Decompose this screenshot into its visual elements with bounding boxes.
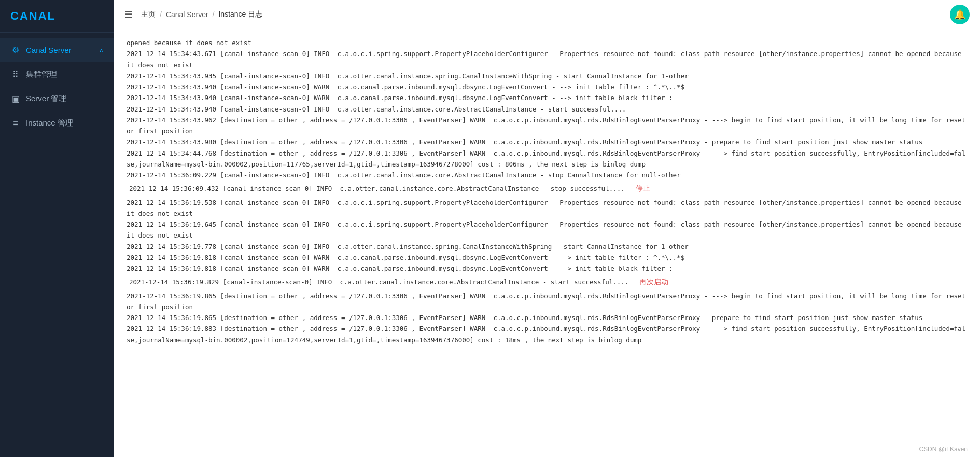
chevron-up-icon: ∧ [99,47,104,54]
log-line: 2021-12-14 15:36:19.865 [destination = o… [127,290,968,313]
log-area[interactable]: opened because it does not exist2021-12-… [114,29,980,441]
log-line: 2021-12-14 15:34:44.768 [destination = o… [127,148,968,170]
log-line: 2021-12-14 15:36:19.865 [destination = o… [127,312,968,323]
log-line: 2021-12-14 15:36:09.229 [canal-instance-… [127,170,968,181]
logo-text: CANAL [10,9,55,23]
header-right: 🔔 [950,5,970,24]
log-line: 2021-12-14 15:34:43.935 [canal-instance-… [127,71,968,81]
breadcrumb-current: Instance 日志 [218,10,262,19]
log-line: 2021-12-14 15:34:43.671 [canal-instance-… [127,48,968,71]
log-line: 2021-12-14 15:36:19.883 [destination = o… [127,323,968,345]
sidebar-item-label: Instance 管理 [26,118,73,128]
sidebar-item-instance-mgmt[interactable]: ≡ Instance 管理 [0,111,114,135]
breadcrumb-canal-server[interactable]: Canal Server [166,10,208,19]
log-line: opened because it does not exist [127,37,968,48]
log-line-row: 2021-12-14 15:36:19.829 [canal-instance-… [127,274,968,290]
log-line: 2021-12-14 15:34:43.962 [destination = o… [127,115,968,137]
sidebar-item-server-mgmt[interactable]: ▣ Server 管理 [0,87,114,111]
log-line: 2021-12-14 15:34:43.940 [canal-instance-… [127,92,968,103]
sidebar-item-label: Canal Server [26,46,72,54]
server-icon: ▣ [10,94,21,104]
sidebar: CANAL ⚙ Canal Server ∧ ⠿ 集群管理 ▣ Server 管… [0,0,114,457]
breadcrumb-sep-1: / [160,10,162,19]
log-line-highlighted: 2021-12-14 15:36:19.829 [canal-instance-… [127,275,631,289]
log-line: 2021-12-14 15:36:19.645 [canal-instance-… [127,219,968,241]
canal-server-icon: ⚙ [10,45,21,55]
sidebar-item-canal-server[interactable]: ⚙ Canal Server ∧ [0,38,114,62]
header: ☰ 主页 / Canal Server / Instance 日志 🔔 [114,0,980,29]
log-line: 2021-12-14 15:36:19.818 [canal-instance-… [127,252,968,263]
user-avatar[interactable]: 🔔 [950,5,970,24]
footer-watermark: CSDN @iTKaven [114,441,980,457]
sidebar-item-label: 集群管理 [26,70,57,79]
log-line: 2021-12-14 15:36:19.778 [canal-instance-… [127,241,968,252]
sidebar-nav: ⚙ Canal Server ∧ ⠿ 集群管理 ▣ Server 管理 ≡ In… [0,33,114,457]
breadcrumb-sep-2: / [213,10,215,19]
log-line-highlighted: 2021-12-14 15:36:09.432 [canal-instance-… [127,182,627,196]
sidebar-item-cluster-mgmt[interactable]: ⠿ 集群管理 [0,62,114,87]
log-line: 2021-12-14 15:34:43.980 [destination = o… [127,136,968,147]
breadcrumb-home[interactable]: 主页 [141,10,156,19]
log-line: 2021-12-14 15:34:43.940 [canal-instance-… [127,81,968,92]
breadcrumb: 主页 / Canal Server / Instance 日志 [141,10,262,19]
sidebar-item-label: Server 管理 [26,94,66,104]
log-annotation: 再次启动 [639,276,668,288]
hamburger-button[interactable]: ☰ [124,9,133,20]
log-line: 2021-12-14 15:36:19.818 [canal-instance-… [127,263,968,274]
log-line: 2021-12-14 15:34:43.940 [canal-instance-… [127,104,968,115]
watermark-text: CSDN @iTKaven [919,446,968,453]
sidebar-logo: CANAL [0,0,114,33]
instance-icon: ≡ [10,119,21,128]
cluster-icon: ⠿ [10,70,21,79]
log-annotation: 停止 [636,183,650,195]
log-line-row: 2021-12-14 15:36:09.432 [canal-instance-… [127,181,968,197]
log-line: 2021-12-14 15:36:19.538 [canal-instance-… [127,197,968,219]
main-content: ☰ 主页 / Canal Server / Instance 日志 🔔 open… [114,0,980,457]
